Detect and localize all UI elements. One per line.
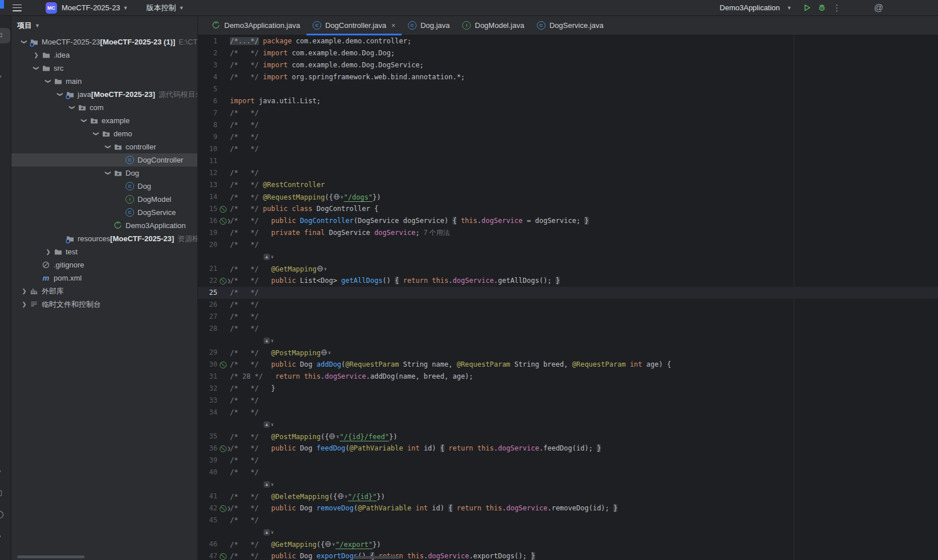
annotation-actions-inlay-icon[interactable]: [263, 337, 270, 345]
line-number: 32: [198, 383, 217, 395]
chevron-expanded-icon[interactable]: ❯: [91, 131, 101, 137]
chevron-down-icon[interactable]: ∨: [270, 422, 274, 427]
folded-region[interactable]: {: [440, 444, 444, 452]
code-editor[interactable]: 1/*...*/ package com.example.demo.contro…: [198, 35, 938, 560]
spring-bean-gutter-icon[interactable]: [220, 218, 227, 225]
tree-item-pom.xml[interactable]: mpom.xml: [11, 271, 197, 285]
tree-item-example[interactable]: ❯example: [11, 114, 197, 127]
main-menu-button[interactable]: [13, 5, 22, 11]
tree-item-外部库[interactable]: ❯外部库: [11, 285, 197, 298]
spring-bean-gutter-icon[interactable]: [220, 505, 227, 512]
tree-item-demo[interactable]: ❯demo: [11, 127, 197, 140]
run-configuration-selector[interactable]: Demo3Application ▼: [715, 3, 791, 12]
debug-button[interactable]: [815, 2, 830, 14]
tree-item-dogmodel[interactable]: IDogModel: [11, 193, 197, 206]
annotation-actions-inlay-icon[interactable]: [263, 529, 270, 537]
chevron-expanded-icon[interactable]: ❯: [103, 170, 113, 176]
token: /* */: [230, 541, 259, 549]
chevron-down-icon[interactable]: ∨: [328, 350, 331, 355]
annotation-actions-inlay-icon[interactable]: [263, 421, 270, 429]
chevron-down-icon[interactable]: ∨: [331, 542, 335, 547]
tree-item-dogservice[interactable]: CDogService: [11, 206, 197, 219]
spring-bean-gutter-icon[interactable]: [220, 206, 227, 213]
mention-icon[interactable]: @: [874, 3, 883, 13]
tree-item-临时文件和控制台[interactable]: ❯临时文件和控制台: [11, 298, 197, 311]
folded-region[interactable]: }: [597, 444, 601, 452]
spring-bean-gutter-icon[interactable]: [220, 362, 227, 368]
chevron-down-icon[interactable]: ∨: [270, 530, 274, 535]
chevron-collapsed-icon[interactable]: ❯: [19, 288, 29, 294]
folded-region[interactable]: /*...*/: [230, 37, 259, 45]
chevron-expanded-icon[interactable]: ❯: [67, 104, 77, 111]
chevron-down-icon[interactable]: ∨: [270, 338, 274, 343]
chevron-collapsed-icon[interactable]: ❯: [19, 301, 29, 307]
tab-dogservice.java[interactable]: CDogService.java: [531, 16, 610, 35]
commit-tool-button[interactable]: ⎆: [0, 72, 1, 81]
chevron-down-icon[interactable]: ∨: [324, 266, 328, 271]
usages-inlay-hint[interactable]: 7 个用法: [424, 229, 450, 237]
annotation-actions-inlay-icon[interactable]: [263, 481, 270, 489]
tree-item-.gitignore[interactable]: .gitignore: [11, 258, 197, 271]
tab-dogcontroller.java[interactable]: CDogController.java×: [306, 16, 402, 35]
endpoint-globe-icon[interactable]: [321, 349, 328, 357]
more-actions-button[interactable]: ⋮: [830, 2, 844, 14]
project-panel-header[interactable]: 项目 ▼: [11, 16, 197, 35]
chevron-collapsed-icon[interactable]: ❯: [43, 249, 53, 255]
tab-demo3application.java[interactable]: Demo3Application.java: [205, 16, 306, 35]
annotation-actions-inlay-icon[interactable]: [263, 253, 270, 261]
spring-bean-gutter-icon[interactable]: [220, 445, 227, 452]
editor-line-39: 39/* */: [198, 455, 938, 466]
run-button[interactable]: [800, 2, 815, 14]
tree-item-test[interactable]: ❯test: [11, 245, 197, 258]
tree-item-.idea[interactable]: ❯.idea: [11, 48, 197, 62]
chevron-expanded-icon[interactable]: ❯: [19, 39, 29, 45]
vcs-widget[interactable]: 版本控制 ▼: [147, 3, 184, 13]
help-tool-button[interactable]: ❯: [0, 531, 2, 540]
endpoint-globe-icon[interactable]: [337, 493, 344, 501]
tree-item-src[interactable]: ❯src: [11, 62, 197, 75]
folded-region[interactable]: }: [556, 277, 560, 285]
tree-item-module-badge: [MoeCTF-2025-23]: [110, 234, 174, 243]
chevron-expanded-icon[interactable]: ❯: [79, 117, 89, 124]
chevron-down-icon[interactable]: ∨: [270, 482, 274, 487]
tree-item-com[interactable]: ❯com: [11, 101, 197, 114]
editor-line-16: 16❯/* */ public DogController(DogService…: [198, 215, 938, 227]
endpoint-globe-icon[interactable]: [333, 193, 340, 201]
spring-bean-gutter-icon[interactable]: [220, 553, 227, 560]
tree-item-dog[interactable]: CDog: [11, 180, 197, 193]
endpoint-globe-icon[interactable]: [317, 265, 324, 273]
tree-item-main[interactable]: ❯main: [11, 75, 197, 88]
project-panel-hscrollbar[interactable]: [17, 555, 84, 558]
tree-item-java[interactable]: ❯java [MoeCTF-2025-23]源代码根目录: [11, 88, 197, 101]
tab-dogmodel.java[interactable]: IDogModel.java: [456, 16, 531, 35]
line-number: 35: [198, 431, 217, 443]
project-widget[interactable]: MC MoeCTF-2025-23 ▼: [46, 2, 128, 14]
tree-item-dog[interactable]: ❯Dog: [11, 167, 197, 180]
chevron-expanded-icon[interactable]: ❯: [55, 91, 65, 98]
line-number: 19: [198, 227, 217, 239]
tree-item-resources[interactable]: resources [MoeCTF-2025-23]资源根目录: [11, 232, 197, 245]
tab-dog.java[interactable]: CDog.java: [402, 16, 456, 35]
chevron-expanded-icon[interactable]: ❯: [31, 65, 41, 71]
chevron-expanded-icon[interactable]: ❯: [43, 78, 53, 84]
close-tab-icon[interactable]: ×: [391, 22, 395, 30]
folded-region[interactable]: }: [613, 504, 617, 512]
chevron-collapsed-icon[interactable]: ❯: [31, 52, 41, 58]
tree-item-demo3application[interactable]: Demo3Application: [11, 219, 197, 232]
chevron-expanded-icon[interactable]: ❯: [103, 144, 113, 150]
tree-item-dogcontroller[interactable]: CDogController: [11, 153, 197, 167]
tree-item-controller[interactable]: ❯controller: [11, 140, 197, 153]
folded-region[interactable]: }: [531, 552, 535, 560]
folded-region[interactable]: }: [584, 217, 588, 225]
problems-tool-button[interactable]: ◯: [0, 510, 4, 518]
editor-hscrollbar[interactable]: [353, 556, 399, 559]
chevron-down-icon[interactable]: ∨: [344, 494, 348, 499]
services-tool-button[interactable]: ▢: [0, 488, 2, 497]
tree-item-moectf-2025-23[interactable]: ❯MoeCTF-2025-23 [MoeCTF-2025-23 (1)]E:\C…: [11, 35, 197, 48]
terminal-tool-button[interactable]: ❯: [0, 466, 2, 475]
endpoint-globe-icon[interactable]: [325, 541, 331, 549]
endpoint-globe-icon[interactable]: [329, 433, 335, 441]
spring-bean-gutter-icon[interactable]: [220, 278, 227, 285]
token: dogService: [325, 372, 366, 380]
chevron-down-icon[interactable]: ∨: [270, 254, 274, 259]
